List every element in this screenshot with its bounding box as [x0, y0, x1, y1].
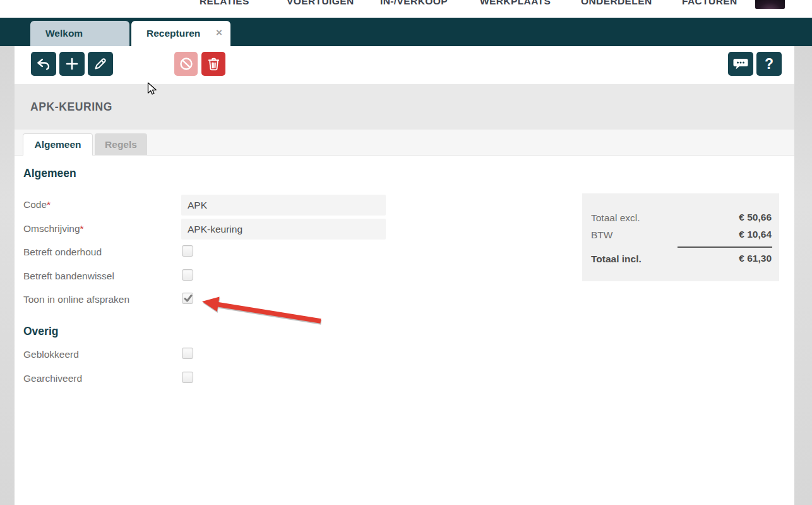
- geblokkeerd-label: Geblokkeerd: [23, 349, 79, 360]
- help-button[interactable]: ?: [756, 52, 782, 76]
- totals-box: Totaal excl. € 50,66 BTW € 10,64 Totaal …: [582, 193, 779, 281]
- nav-werkplaats[interactable]: WERKPLAATS: [480, 0, 551, 7]
- toon-online-afspraken-label: Toon in online afspraken: [23, 294, 129, 305]
- toolbar: ?: [15, 46, 794, 84]
- totaal-excl-label: Totaal excl.: [591, 212, 640, 224]
- geblokkeerd-checkbox[interactable]: [182, 348, 193, 359]
- code-input[interactable]: [181, 195, 386, 216]
- betreft-onderhoud-checkbox[interactable]: [182, 245, 193, 257]
- nav-relaties[interactable]: RELATIES: [200, 0, 249, 7]
- tab-regels[interactable]: Regels: [95, 133, 147, 155]
- omschrijving-input[interactable]: [181, 219, 386, 240]
- top-navigation: RELATIES VOERTUIGEN IN-/VERKOOP WERKPLAA…: [0, 0, 812, 18]
- trash-icon: [206, 57, 221, 71]
- btw-label: BTW: [591, 229, 612, 241]
- content-panel: ? APK-KEURING Algemeen Regels Algemeen C…: [15, 46, 794, 505]
- record-header: APK-KEURING: [15, 84, 794, 130]
- btw-value: € 10,64: [739, 229, 772, 240]
- feedback-button[interactable]: [728, 52, 753, 76]
- undo-arrow-icon: [36, 56, 51, 71]
- edit-button[interactable]: [88, 52, 113, 76]
- required-marker: *: [47, 199, 51, 210]
- section-heading-overig: Overig: [23, 325, 58, 338]
- gearchiveerd-checkbox[interactable]: [182, 372, 193, 383]
- chat-bubble-icon: [732, 56, 749, 71]
- window-tab-bar: Welkom Recepturen ×: [0, 18, 812, 46]
- totals-divider: [678, 246, 772, 248]
- tab-recepturen-label: Recepturen: [146, 28, 200, 39]
- nav-voertuigen[interactable]: VOERTUIGEN: [287, 0, 354, 7]
- nav-onderdelen[interactable]: ONDERDELEN: [581, 0, 652, 7]
- subtab-strip: Algemeen Regels: [15, 130, 794, 155]
- totaal-excl-value: € 50,66: [739, 212, 772, 223]
- tab-algemeen[interactable]: Algemeen: [23, 133, 93, 155]
- page-title: APK-KEURING: [30, 84, 112, 130]
- tab-recepturen[interactable]: Recepturen ×: [131, 21, 230, 46]
- nav-facturen[interactable]: FACTUREN: [682, 0, 737, 7]
- block-button[interactable]: [174, 52, 198, 76]
- delete-button[interactable]: [201, 52, 225, 76]
- question-mark-icon: ?: [765, 56, 773, 73]
- toon-online-afspraken-checkbox[interactable]: [182, 293, 193, 304]
- tab-regels-label: Regels: [105, 139, 137, 150]
- totaal-incl-value: € 61,30: [739, 253, 772, 264]
- plus-icon: [64, 56, 80, 71]
- block-circle-icon: [179, 56, 194, 71]
- gearchiveerd-label: Gearchiveerd: [23, 373, 82, 384]
- close-icon[interactable]: ×: [216, 27, 222, 39]
- totaal-incl-label: Totaal incl.: [591, 253, 642, 265]
- add-button[interactable]: [59, 52, 85, 76]
- pencil-icon: [93, 56, 108, 71]
- back-button[interactable]: [31, 52, 56, 76]
- nav-in-verkoop[interactable]: IN-/VERKOOP: [380, 0, 448, 7]
- betreft-onderhoud-label: Betreft onderhoud: [23, 246, 102, 258]
- section-heading-algemeen: Algemeen: [23, 167, 76, 180]
- tab-algemeen-label: Algemeen: [34, 139, 81, 150]
- tab-welkom-label: Welkom: [45, 28, 83, 39]
- avatar[interactable]: [755, 0, 785, 9]
- required-marker: *: [80, 223, 84, 234]
- code-label: Code*: [23, 199, 51, 210]
- omschrijving-label: Omschrijving*: [23, 223, 84, 234]
- betreft-bandenwissel-label: Betreft bandenwissel: [23, 271, 114, 282]
- tab-welkom[interactable]: Welkom: [30, 21, 129, 46]
- betreft-bandenwissel-checkbox[interactable]: [182, 269, 193, 281]
